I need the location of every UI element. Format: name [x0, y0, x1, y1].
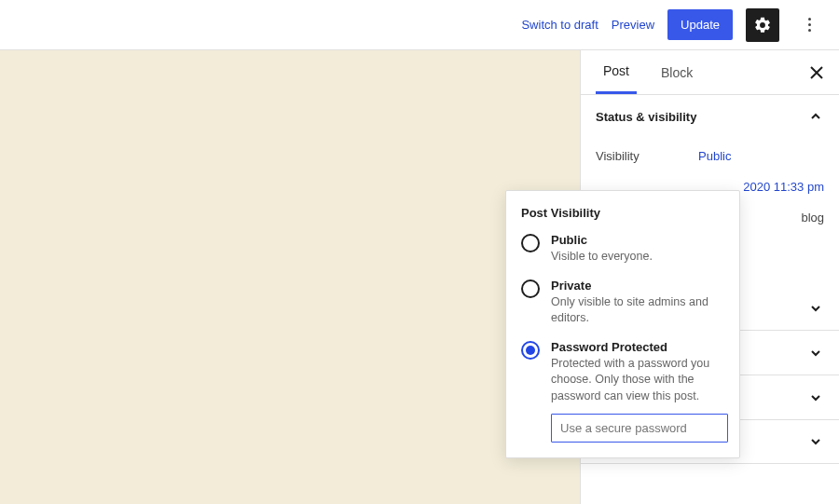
- chevron-down-icon: [807, 345, 824, 361]
- visibility-value-link[interactable]: Public: [698, 149, 731, 163]
- visibility-option-private[interactable]: Private Only visible to site admins and …: [521, 279, 724, 327]
- top-toolbar: Switch to draft Preview Update: [0, 0, 839, 50]
- chevron-down-icon: [807, 300, 824, 317]
- visibility-option-public[interactable]: Public Visible to everyone.: [521, 233, 724, 266]
- chevron-up-icon: [807, 108, 824, 125]
- status-visibility-header[interactable]: Status & visibility: [581, 95, 839, 138]
- update-button[interactable]: Update: [667, 9, 733, 40]
- chevron-down-icon: [807, 389, 824, 406]
- popover-title: Post Visibility: [521, 206, 724, 220]
- password-input[interactable]: [551, 414, 728, 443]
- editor-canvas[interactable]: [0, 50, 580, 504]
- option-desc: Protected with a password you choose. On…: [551, 356, 724, 405]
- option-desc: Visible to everyone.: [551, 249, 653, 266]
- panel-title: Status & visibility: [596, 110, 696, 124]
- option-desc: Only visible to site admins and editors.: [551, 294, 724, 327]
- options-dots-icon: [808, 18, 811, 32]
- option-label: Private: [551, 279, 724, 293]
- option-label: Public: [551, 233, 653, 247]
- radio-icon: [521, 341, 540, 360]
- tab-block[interactable]: Block: [653, 52, 700, 93]
- gear-icon: [753, 16, 772, 34]
- switch-to-draft-link[interactable]: Switch to draft: [521, 18, 598, 32]
- radio-icon: [521, 234, 540, 252]
- settings-button[interactable]: [746, 8, 779, 42]
- tab-post[interactable]: Post: [596, 50, 637, 94]
- close-icon: [810, 66, 823, 79]
- post-visibility-popover: Post Visibility Public Visible to everyo…: [505, 190, 740, 458]
- close-sidebar-button[interactable]: [805, 61, 828, 84]
- radio-icon: [521, 279, 540, 298]
- visibility-option-password[interactable]: Password Protected Protected with a pass…: [521, 340, 724, 405]
- option-label: Password Protected: [551, 340, 724, 354]
- visibility-label: Visibility: [596, 149, 698, 163]
- options-button[interactable]: [792, 8, 826, 42]
- preview-link[interactable]: Preview: [612, 18, 654, 32]
- chevron-down-icon: [807, 433, 824, 450]
- publish-date-link[interactable]: 2020 11:33 pm: [743, 180, 824, 194]
